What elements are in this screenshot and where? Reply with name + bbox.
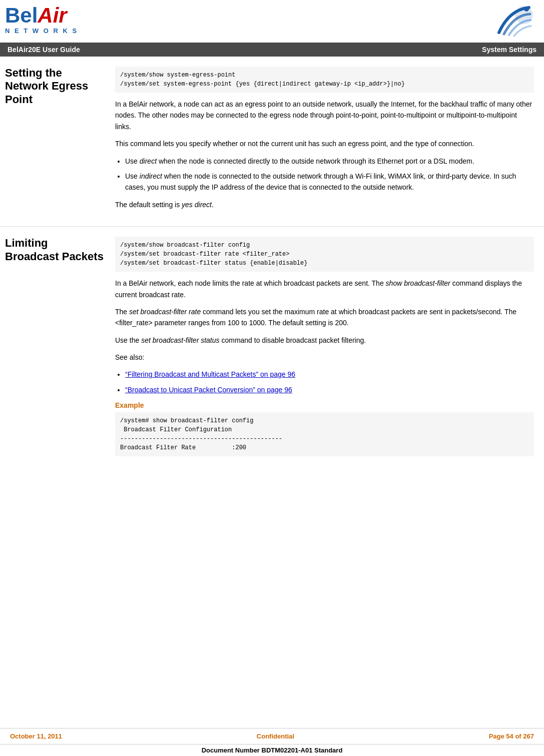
broadcast-title: Limiting Broadcast Packets <box>5 237 105 263</box>
logo-air: Air <box>38 4 67 27</box>
example-code: /system# show broadcast-filter config Br… <box>115 412 534 456</box>
footer-page: Page 54 of 267 <box>489 732 534 740</box>
example-section: Example /system# show broadcast-filter c… <box>115 401 534 456</box>
section-broadcast-content: /system/show broadcast-filter config /sy… <box>115 237 534 462</box>
egress-code: /system/show system-egress-point /system… <box>115 67 534 93</box>
footer-date: October 11, 2011 <box>10 732 62 740</box>
broadcast-links: “Filtering Broadcast and Multicast Packe… <box>125 369 534 395</box>
nav-title-left: BelAir20E User Guide <box>8 46 80 54</box>
broadcast-link2[interactable]: “Broadcast to Unicast Packet Conversion”… <box>125 384 534 395</box>
svg-point-1 <box>524 7 529 12</box>
egress-para1: In a BelAir network, a node can act as a… <box>115 99 534 132</box>
footer-main: October 11, 2011 Confidential Page 54 of… <box>0 728 544 744</box>
logo-area: BelAir N E T W O R K S <box>5 5 78 35</box>
logo-networks: N E T W O R K S <box>5 27 78 35</box>
example-label: Example <box>115 401 534 409</box>
section-egress: Setting the Network Egress Point /system… <box>0 57 544 226</box>
brand-graphic <box>489 5 534 38</box>
broadcast-see-also: See also: <box>115 352 534 363</box>
egress-title: Setting the Network Egress Point <box>5 67 105 106</box>
broadcast-para1: In a BelAir network, each node limits th… <box>115 278 534 300</box>
footer-confidential: Confidential <box>257 732 294 740</box>
section-broadcast: Limiting Broadcast Packets /system/show … <box>0 226 544 472</box>
footer-doc-number: Document Number BDTM02201-A01 Standard <box>0 744 544 756</box>
egress-para2: This command lets you specify whether or… <box>115 138 534 149</box>
egress-bullet2: Use indirect when the node is connected … <box>125 171 534 193</box>
section-egress-heading: Setting the Network Egress Point <box>5 67 115 216</box>
section-broadcast-heading: Limiting Broadcast Packets <box>5 237 115 462</box>
broadcast-link1[interactable]: “Filtering Broadcast and Multicast Packe… <box>125 369 534 380</box>
broadcast-para3: Use the set broadcast-filter status comm… <box>115 335 534 346</box>
egress-default: The default setting is yes direct. <box>115 199 534 210</box>
nav-title-right: System Settings <box>482 46 536 54</box>
page-footer: October 11, 2011 Confidential Page 54 of… <box>0 728 544 756</box>
egress-bullets: Use direct when the node is connected di… <box>125 156 534 193</box>
broadcast-para2: The set broadcast-filter rate command le… <box>115 306 534 329</box>
broadcast-code: /system/show broadcast-filter config /sy… <box>115 237 534 272</box>
page-header: BelAir N E T W O R K S <box>0 0 544 40</box>
section-egress-content: /system/show system-egress-point /system… <box>115 67 534 216</box>
logo-bel: Bel <box>5 4 38 27</box>
egress-bullet1: Use direct when the node is connected di… <box>125 156 534 167</box>
nav-bar: BelAir20E User Guide System Settings <box>0 43 544 57</box>
